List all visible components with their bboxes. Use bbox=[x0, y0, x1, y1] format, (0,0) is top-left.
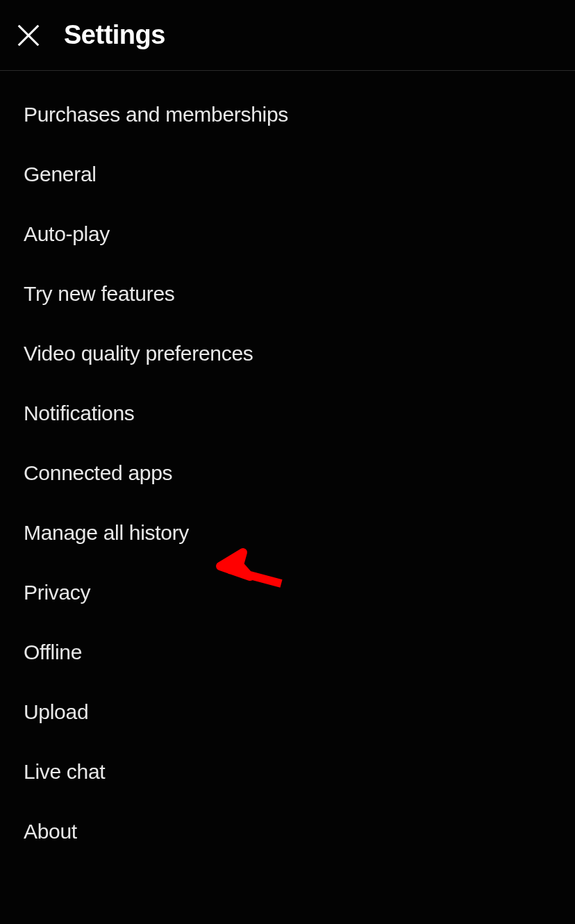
settings-item-live-chat[interactable]: Live chat bbox=[0, 742, 575, 802]
settings-item-general[interactable]: General bbox=[0, 145, 575, 204]
settings-item-privacy[interactable]: Privacy bbox=[0, 563, 575, 622]
settings-item-try-new-features[interactable]: Try new features bbox=[0, 264, 575, 324]
settings-item-offline[interactable]: Offline bbox=[0, 622, 575, 682]
settings-item-manage-history[interactable]: Manage all history bbox=[0, 503, 575, 563]
settings-item-autoplay[interactable]: Auto-play bbox=[0, 204, 575, 264]
settings-item-connected-apps[interactable]: Connected apps bbox=[0, 443, 575, 503]
settings-item-notifications[interactable]: Notifications bbox=[0, 383, 575, 443]
settings-item-about[interactable]: About bbox=[0, 802, 575, 861]
settings-header: Settings bbox=[0, 0, 575, 71]
settings-item-upload[interactable]: Upload bbox=[0, 682, 575, 742]
settings-item-video-quality[interactable]: Video quality preferences bbox=[0, 324, 575, 383]
page-title: Settings bbox=[64, 20, 165, 50]
settings-list: Purchases and memberships General Auto-p… bbox=[0, 71, 575, 861]
settings-item-purchases[interactable]: Purchases and memberships bbox=[0, 85, 575, 145]
close-icon[interactable] bbox=[14, 21, 43, 50]
